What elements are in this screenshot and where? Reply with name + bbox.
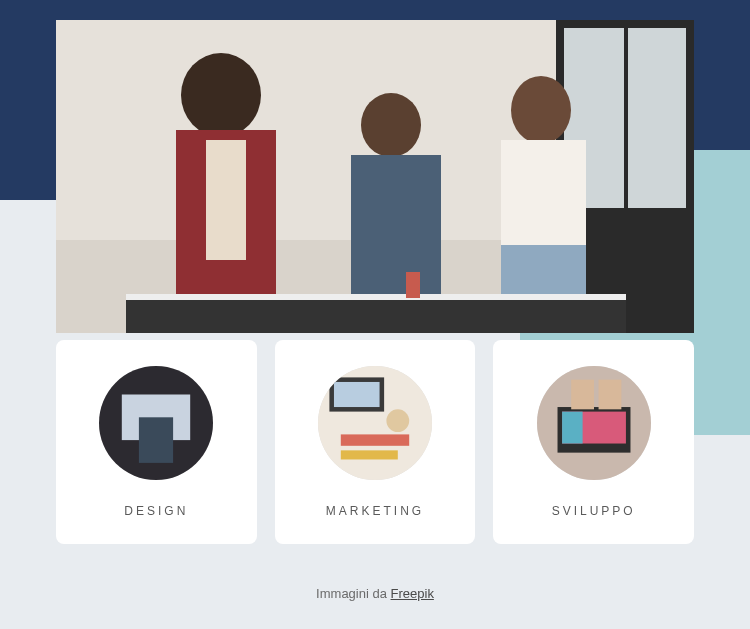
svg-rect-15 — [406, 272, 420, 298]
svg-point-5 — [181, 53, 261, 137]
card-title: MARKETING — [285, 504, 466, 518]
svg-rect-30 — [598, 380, 621, 410]
hero-image — [56, 20, 694, 333]
svg-point-10 — [511, 76, 571, 144]
svg-rect-7 — [206, 140, 246, 260]
card-design[interactable]: DESIGN — [56, 340, 257, 544]
card-title: SVILUPPO — [503, 504, 684, 518]
image-attribution: Immagini da Freepik — [0, 586, 750, 601]
marketing-thumb-icon — [318, 366, 432, 480]
attribution-prefix: Immagini da — [316, 586, 390, 601]
card-marketing[interactable]: MARKETING — [275, 340, 476, 544]
svg-rect-23 — [341, 450, 398, 459]
card-title: DESIGN — [66, 504, 247, 518]
card-sviluppo[interactable]: SVILUPPO — [493, 340, 694, 544]
svg-rect-18 — [139, 417, 173, 463]
design-thumb-icon — [99, 366, 213, 480]
svg-rect-13 — [126, 298, 626, 333]
svg-point-8 — [361, 93, 421, 157]
svg-rect-14 — [126, 294, 626, 300]
svg-rect-11 — [501, 140, 586, 260]
svg-rect-28 — [562, 412, 583, 444]
svg-rect-29 — [571, 380, 594, 410]
svg-rect-21 — [334, 382, 380, 407]
attribution-link[interactable]: Freepik — [391, 586, 434, 601]
svg-rect-4 — [628, 28, 686, 208]
sviluppo-thumb-icon — [537, 366, 651, 480]
service-cards-row: DESIGN MARKETING SVILU — [56, 340, 694, 544]
svg-point-24 — [386, 409, 409, 432]
svg-rect-22 — [341, 434, 409, 445]
svg-rect-9 — [351, 155, 441, 305]
